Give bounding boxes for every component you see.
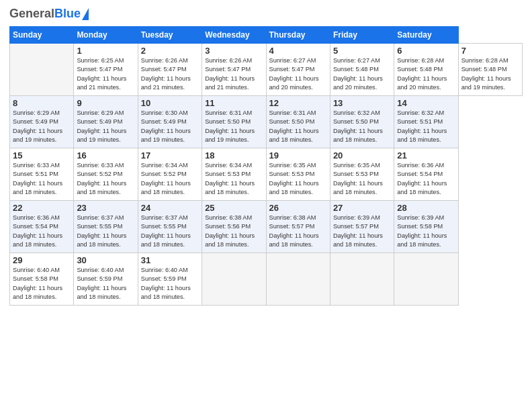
header: General Blue xyxy=(9,7,523,21)
calendar-cell: 2Sunrise: 6:26 AMSunset: 5:47 PMDaylight… xyxy=(138,44,202,96)
calendar-cell: 29Sunrise: 6:40 AMSunset: 5:58 PMDayligh… xyxy=(10,253,74,306)
calendar-day-header: Friday xyxy=(330,27,394,44)
calendar-cell: 26Sunrise: 6:38 AMSunset: 5:57 PMDayligh… xyxy=(266,201,330,253)
calendar-cell: 22Sunrise: 6:36 AMSunset: 5:54 PMDayligh… xyxy=(10,201,74,253)
calendar-cell: 28Sunrise: 6:39 AMSunset: 5:58 PMDayligh… xyxy=(394,201,458,253)
calendar-cell: 18Sunrise: 6:34 AMSunset: 5:53 PMDayligh… xyxy=(202,148,266,201)
calendar-cell: 11Sunrise: 6:31 AMSunset: 5:50 PMDayligh… xyxy=(202,96,266,148)
calendar-cell: 19Sunrise: 6:35 AMSunset: 5:53 PMDayligh… xyxy=(266,148,330,201)
calendar-day-header: Sunday xyxy=(10,27,74,44)
calendar-week-row: 22Sunrise: 6:36 AMSunset: 5:54 PMDayligh… xyxy=(10,201,523,253)
calendar-cell: 7Sunrise: 6:28 AMSunset: 5:48 PMDaylight… xyxy=(458,44,522,96)
logo-triangle-icon xyxy=(82,8,89,20)
calendar-cell: 16Sunrise: 6:33 AMSunset: 5:52 PMDayligh… xyxy=(74,148,138,201)
calendar-day-header: Wednesday xyxy=(202,27,266,44)
logo-general-text: General xyxy=(9,7,54,21)
calendar-cell: 15Sunrise: 6:33 AMSunset: 5:51 PMDayligh… xyxy=(10,148,74,201)
logo: General Blue xyxy=(9,7,89,21)
calendar-cell: 20Sunrise: 6:35 AMSunset: 5:53 PMDayligh… xyxy=(330,148,394,201)
calendar-header-row: SundayMondayTuesdayWednesdayThursdayFrid… xyxy=(10,27,523,44)
calendar-cell: 10Sunrise: 6:30 AMSunset: 5:49 PMDayligh… xyxy=(138,96,202,148)
calendar-day-header: Thursday xyxy=(266,27,330,44)
calendar-cell: 5Sunrise: 6:27 AMSunset: 5:48 PMDaylight… xyxy=(330,44,394,96)
calendar-cell: 30Sunrise: 6:40 AMSunset: 5:59 PMDayligh… xyxy=(74,253,138,306)
calendar-cell: 13Sunrise: 6:32 AMSunset: 5:50 PMDayligh… xyxy=(330,96,394,148)
calendar-cell: 6Sunrise: 6:28 AMSunset: 5:48 PMDaylight… xyxy=(394,44,458,96)
calendar-cell: 27Sunrise: 6:39 AMSunset: 5:57 PMDayligh… xyxy=(330,201,394,253)
calendar-day-header: Monday xyxy=(74,27,138,44)
calendar-cell: 3Sunrise: 6:26 AMSunset: 5:47 PMDaylight… xyxy=(202,44,266,96)
calendar-cell-empty xyxy=(266,253,330,306)
logo-blue-text: Blue xyxy=(54,7,81,21)
calendar-week-row: 15Sunrise: 6:33 AMSunset: 5:51 PMDayligh… xyxy=(10,148,523,201)
calendar-day-header: Saturday xyxy=(394,27,458,44)
calendar-cell-empty xyxy=(330,253,394,306)
page-container: General Blue SundayMondayTuesdayWednesda… xyxy=(0,0,532,311)
calendar-cell: 1Sunrise: 6:25 AMSunset: 5:47 PMDaylight… xyxy=(74,44,138,96)
calendar-cell: 4Sunrise: 6:27 AMSunset: 5:47 PMDaylight… xyxy=(266,44,330,96)
calendar-week-row: 8Sunrise: 6:29 AMSunset: 5:49 PMDaylight… xyxy=(10,96,523,148)
calendar-cell-empty xyxy=(202,253,266,306)
calendar-day-header: Tuesday xyxy=(138,27,202,44)
calendar-cell: 24Sunrise: 6:37 AMSunset: 5:55 PMDayligh… xyxy=(138,201,202,253)
calendar-cell: 21Sunrise: 6:36 AMSunset: 5:54 PMDayligh… xyxy=(394,148,458,201)
calendar-cell: 23Sunrise: 6:37 AMSunset: 5:55 PMDayligh… xyxy=(74,201,138,253)
calendar-cell: 31Sunrise: 6:40 AMSunset: 5:59 PMDayligh… xyxy=(138,253,202,306)
calendar-cell: 14Sunrise: 6:32 AMSunset: 5:51 PMDayligh… xyxy=(394,96,458,148)
calendar-cell-empty xyxy=(394,253,458,306)
calendar-cell: 25Sunrise: 6:38 AMSunset: 5:56 PMDayligh… xyxy=(202,201,266,253)
calendar-cell: 9Sunrise: 6:29 AMSunset: 5:49 PMDaylight… xyxy=(74,96,138,148)
calendar-week-row: 1Sunrise: 6:25 AMSunset: 5:47 PMDaylight… xyxy=(10,44,523,96)
calendar-cell: 12Sunrise: 6:31 AMSunset: 5:50 PMDayligh… xyxy=(266,96,330,148)
calendar-cell: 17Sunrise: 6:34 AMSunset: 5:52 PMDayligh… xyxy=(138,148,202,201)
calendar-cell-empty xyxy=(10,44,74,96)
calendar-cell: 8Sunrise: 6:29 AMSunset: 5:49 PMDaylight… xyxy=(10,96,74,148)
calendar-table: SundayMondayTuesdayWednesdayThursdayFrid… xyxy=(9,26,523,306)
calendar-week-row: 29Sunrise: 6:40 AMSunset: 5:58 PMDayligh… xyxy=(10,253,523,306)
